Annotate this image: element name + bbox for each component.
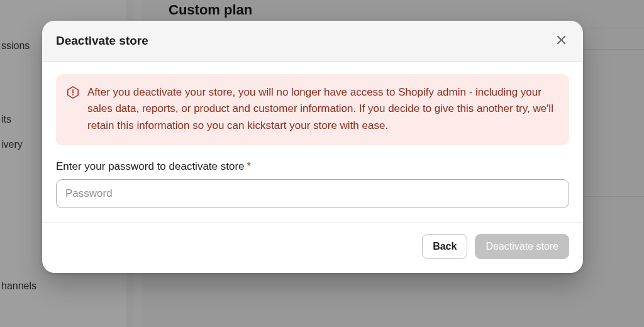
close-button[interactable] (553, 33, 569, 49)
warning-text: After you deactivate your store, you wil… (87, 84, 558, 134)
deactivate-store-modal: Deactivate store After you deactivate yo… (42, 21, 583, 273)
password-label: Enter your password to deactivate store* (56, 160, 569, 173)
modal-body: After you deactivate your store, you wil… (42, 62, 583, 223)
back-button[interactable]: Back (422, 234, 467, 259)
modal-footer: Back Deactivate store (42, 223, 583, 273)
deactivate-store-button[interactable]: Deactivate store (475, 234, 569, 259)
close-icon (555, 34, 567, 48)
svg-point-3 (72, 94, 74, 96)
warning-icon (66, 86, 80, 99)
modal-title: Deactivate store (56, 34, 148, 48)
password-input[interactable] (56, 179, 569, 208)
modal-header: Deactivate store (42, 21, 583, 62)
password-label-text: Enter your password to deactivate store (56, 160, 245, 172)
required-marker: * (247, 160, 252, 172)
password-field: Enter your password to deactivate store* (56, 160, 569, 208)
warning-banner: After you deactivate your store, you wil… (56, 74, 569, 145)
